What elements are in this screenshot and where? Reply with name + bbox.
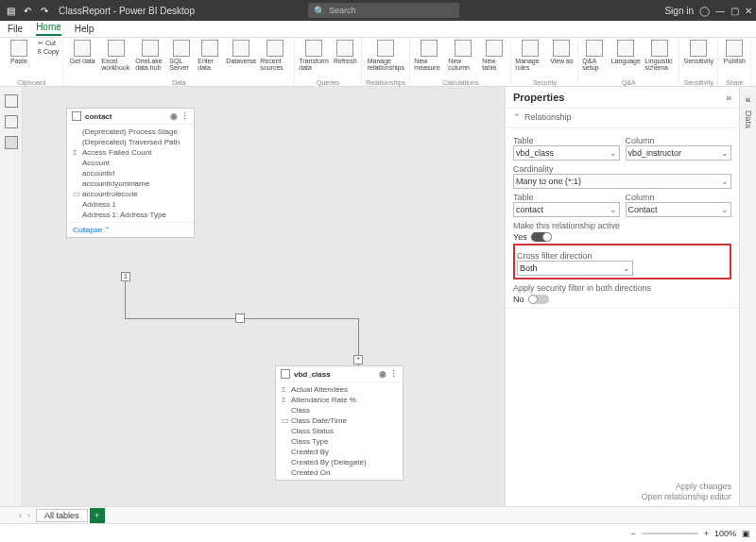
publish-button[interactable]: Publish — [722, 40, 747, 64]
cardinality-one: 1 — [121, 272, 130, 281]
properties-pane: Properties» ⌃Relationship Tablevbd_class… — [505, 87, 739, 506]
field[interactable]: (Deprecated) Traversed Path — [67, 137, 194, 147]
refresh-button[interactable]: Refresh — [333, 40, 357, 64]
data-pane-label[interactable]: Data — [744, 110, 753, 128]
maximize-button[interactable]: ▢ — [730, 6, 739, 16]
zoom-in[interactable]: + — [704, 529, 709, 538]
undo-icon[interactable]: ↶ — [21, 6, 34, 16]
schema-button[interactable]: Linguistic schema — [644, 40, 675, 71]
field[interactable]: Class Status — [276, 426, 403, 436]
excel-button[interactable]: Excel workbook — [101, 40, 131, 71]
redo-icon[interactable]: ↷ — [38, 6, 51, 16]
crossfilter-select[interactable]: Both — [517, 261, 633, 276]
language-button[interactable]: Language — [610, 40, 641, 64]
table-icon — [72, 111, 81, 121]
highlighted-region: Cross filter direction Both — [513, 244, 731, 279]
field[interactable]: Created By — [276, 447, 403, 457]
field[interactable]: (Deprecated) Process Stage — [67, 127, 194, 137]
section-header[interactable]: ⌃Relationship — [513, 112, 731, 122]
menu-bar: File Home Help — [0, 21, 756, 38]
tab-bar: ‹ › All tables + — [0, 506, 756, 523]
open-editor-link[interactable]: Open relationship editor — [513, 492, 731, 501]
apply-changes-link[interactable]: Apply changes — [513, 482, 731, 491]
new-table-button[interactable]: New table — [482, 40, 507, 71]
field[interactable]: accountidyominame — [67, 178, 194, 189]
collapse-link[interactable]: Collapse ⌃ — [67, 222, 194, 237]
right-rail: « Data — [739, 87, 756, 506]
new-column-button[interactable]: New column — [448, 40, 478, 71]
field[interactable]: Access Failed Count — [67, 147, 194, 158]
visibility-icon[interactable]: ◉ ⋮ — [379, 369, 398, 379]
column1-select[interactable]: vbd_instructor — [626, 145, 732, 161]
menu-help[interactable]: Help — [75, 24, 94, 34]
field[interactable]: Class Date/Time — [276, 415, 403, 426]
add-tab-button[interactable]: + — [90, 508, 105, 523]
report-view-icon[interactable] — [5, 94, 18, 108]
relationship-line[interactable] — [125, 276, 126, 318]
transform-button[interactable]: Transform data — [299, 40, 329, 71]
search-placeholder: Search — [329, 6, 356, 15]
model-canvas[interactable]: contact◉ ⋮ (Deprecated) Process Stage (D… — [23, 87, 505, 506]
cut-button[interactable]: ✂ Cut — [38, 40, 59, 47]
title-bar: ▤ ↶ ↷ ClassReport - Power BI Desktop 🔍 S… — [0, 0, 756, 21]
manage-roles-button[interactable]: Manage roles — [515, 40, 545, 71]
column2-select[interactable]: Contact — [626, 202, 732, 217]
qa-setup-button[interactable]: Q&A setup — [582, 40, 607, 71]
menu-home[interactable]: Home — [36, 22, 61, 36]
enter-data-button[interactable]: Enter data — [198, 40, 222, 71]
zoom-out[interactable]: − — [630, 529, 635, 538]
active-toggle[interactable]: Yes — [513, 232, 731, 242]
collapse-icon[interactable]: » — [726, 92, 731, 103]
table-card-contact[interactable]: contact◉ ⋮ (Deprecated) Process Stage (D… — [66, 108, 195, 238]
security-toggle[interactable]: No — [513, 295, 731, 304]
search-box[interactable]: 🔍 Search — [308, 3, 459, 18]
field[interactable]: Actual Attendees — [276, 384, 403, 395]
recent-sources-button[interactable]: Recent sources — [260, 40, 290, 71]
field[interactable]: accountrolecode — [67, 189, 194, 199]
status-bar: − + 100% ▣ — [0, 523, 756, 542]
menu-file[interactable]: File — [8, 24, 23, 34]
tab-all-tables[interactable]: All tables — [36, 509, 88, 522]
paste-button[interactable]: Paste — [4, 40, 34, 64]
cardinality-many: * — [353, 355, 363, 364]
field[interactable]: Attendance Rate % — [276, 395, 403, 405]
view-rail — [0, 87, 23, 506]
zoom-value: 100% — [714, 529, 736, 538]
data-view-icon[interactable] — [5, 115, 18, 128]
minimize-button[interactable]: — — [715, 6, 725, 16]
filter-direction-icon — [235, 313, 245, 323]
field[interactable]: Class Type — [276, 436, 403, 447]
table-card-vbdclass[interactable]: vbd_class◉ ⋮ Actual Attendees Attendance… — [275, 365, 404, 481]
sql-button[interactable]: SQL Server — [169, 40, 194, 71]
save-icon[interactable]: ▤ — [4, 6, 17, 16]
get-data-button[interactable]: Get data — [67, 40, 97, 64]
expand-icon[interactable]: « — [746, 94, 751, 105]
manage-rel-button[interactable]: Manage relationships — [370, 40, 401, 71]
view-as-button[interactable]: View as — [549, 40, 574, 64]
sensitivity-button[interactable]: Sensitivity — [683, 40, 713, 64]
zoom-slider[interactable] — [642, 533, 698, 534]
visibility-icon[interactable]: ◉ ⋮ — [170, 111, 189, 121]
field[interactable]: accountid — [67, 168, 194, 178]
field[interactable]: Address 1: Address Type — [67, 210, 194, 220]
table1-select[interactable]: vbd_class — [513, 145, 620, 161]
new-measure-button[interactable]: New measure — [414, 40, 444, 71]
field[interactable]: Created By (Delegate) — [276, 457, 403, 467]
user-icon[interactable]: ◯ — [699, 6, 710, 16]
model-view-icon[interactable] — [5, 136, 18, 149]
close-button[interactable]: ✕ — [745, 6, 752, 16]
sign-in[interactable]: Sign in — [664, 6, 694, 16]
field[interactable]: Created On — [276, 467, 403, 478]
fit-icon[interactable]: ▣ — [742, 529, 750, 538]
field[interactable]: Account — [67, 158, 194, 168]
copy-button[interactable]: ⎘ Copy — [38, 48, 59, 55]
scroll-right-icon[interactable]: › — [27, 511, 30, 520]
field[interactable]: Class — [276, 405, 403, 415]
dataverse-button[interactable]: Dataverse — [226, 40, 256, 64]
table2-select[interactable]: contact — [513, 202, 620, 217]
sys-icons: ▤ ↶ ↷ — [4, 6, 51, 16]
scroll-left-icon[interactable]: ‹ — [19, 511, 22, 520]
field[interactable]: Address 1 — [67, 199, 194, 210]
onelake-button[interactable]: OneLake data hub — [135, 40, 165, 71]
cardinality-select[interactable]: Many to one (*:1) — [513, 174, 731, 189]
